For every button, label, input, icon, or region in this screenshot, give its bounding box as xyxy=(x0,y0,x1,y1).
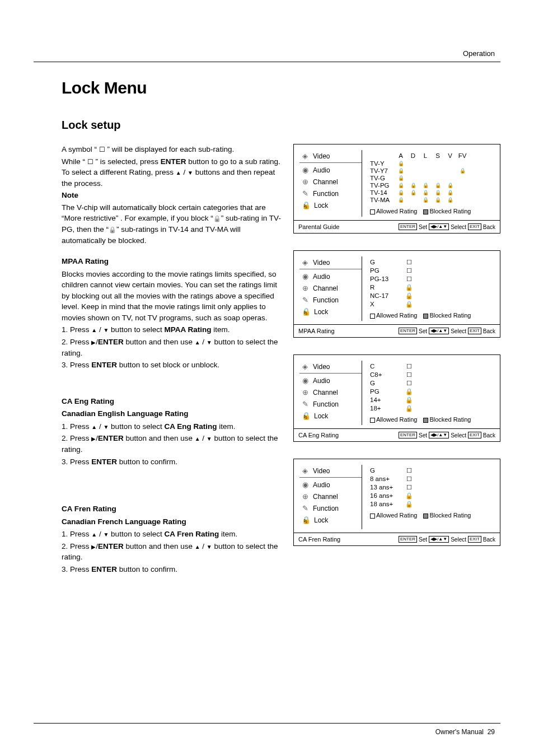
intro-line2: While “ ” is selected, press ENTER butto… xyxy=(62,156,282,189)
rating-legend: Allowed Rating Blocked Rating xyxy=(370,512,494,519)
up-arrow-icon xyxy=(195,434,200,442)
lock-icon: 🔒 xyxy=(404,389,415,395)
menu-item-channel[interactable]: ⊕Channel xyxy=(299,282,362,294)
osd-footer-title: MPAA Rating xyxy=(298,328,335,334)
lock-icon: 🔒 xyxy=(404,397,415,403)
section-header: Operation xyxy=(463,49,495,58)
down-arrow-icon xyxy=(103,325,109,334)
lock-icon: 🔒 xyxy=(444,183,456,188)
menu-item-video[interactable]: ◈Video xyxy=(299,465,362,478)
menu-item-audio[interactable]: ◉Audio xyxy=(299,479,362,491)
intro-line1: A symbol “ ” will be displayed for each … xyxy=(62,144,282,155)
osd-footer-buttons: ENTERSet◀▶/▲▼SelectEXITBack xyxy=(399,223,495,230)
menu-item-lock[interactable]: 🔒Lock xyxy=(299,410,362,422)
rating-row: 13 ans+☐ xyxy=(370,484,494,491)
menu-item-lock[interactable]: 🔒Lock xyxy=(299,514,362,526)
empty-box-icon: ☐ xyxy=(404,363,415,370)
cafren-heading: CA Fren Rating xyxy=(62,503,282,515)
rating-row: 16 ans+🔒 xyxy=(370,492,494,499)
up-arrow-icon xyxy=(91,530,97,538)
rating-row: 14+🔒 xyxy=(370,396,494,403)
empty-box-icon: ☐ xyxy=(404,276,415,282)
lock-icon: 🔒 xyxy=(404,405,415,412)
parental-row: TV-Y🔒 xyxy=(370,160,494,167)
caeng-heading: CA Eng Rating xyxy=(62,396,282,407)
mpaa-step3: 3. Press ENTER button to set block or un… xyxy=(62,360,282,371)
menu-item-audio[interactable]: ◉Audio xyxy=(299,164,362,176)
parental-row: TV-G🔒 xyxy=(370,175,494,181)
empty-box-icon: ☐ xyxy=(404,476,415,482)
menu-item-function[interactable]: ✎Function xyxy=(299,188,362,199)
lock-icon: 🔒 xyxy=(419,198,432,203)
menu-item-video[interactable]: ◈Video xyxy=(299,256,362,269)
rating-legend: Allowed Rating Blocked Rating xyxy=(370,208,494,214)
channel-icon: ⊕ xyxy=(301,178,310,186)
osd-footer-buttons: ENTERSet◀▶/▲▼SelectEXITBack xyxy=(399,536,495,543)
lock-icon: 🔒 xyxy=(432,183,444,188)
rating-row: 8 ans+☐ xyxy=(370,475,494,482)
cafren-step3: 3. Press ENTER button to confirm. xyxy=(62,564,282,575)
audio-icon: ◉ xyxy=(301,376,310,385)
lock-menu-icon: 🔒 xyxy=(302,307,311,316)
empty-box-icon xyxy=(87,157,93,166)
lock-icon: 🔒 xyxy=(444,198,456,203)
cafren-subheading: Canadian French Language Rating xyxy=(62,516,282,528)
caeng-step2: 2. Press /ENTER button and then use / bu… xyxy=(62,433,282,455)
footer-text: Owner's Manual 29 xyxy=(435,728,495,736)
lock-icon: 🔒 xyxy=(395,161,407,166)
menu-item-lock[interactable]: 🔒Lock xyxy=(299,306,362,318)
lock-icon: 🔒 xyxy=(404,493,415,499)
menu-item-lock[interactable]: 🔒Lock xyxy=(299,199,362,211)
menu-item-video[interactable]: ◈Video xyxy=(299,361,362,374)
osd-footer-buttons: ENTERSet◀▶/▲▼SelectEXITBack xyxy=(399,432,495,438)
menu-item-audio[interactable]: ◉Audio xyxy=(299,270,362,282)
function-icon: ✎ xyxy=(301,400,310,408)
caeng-step1: 1. Press / button to select CA Eng Ratin… xyxy=(62,421,282,432)
note-body: The V-chip will automatically block cert… xyxy=(62,202,282,246)
cafren-step2: 2. Press /ENTER button and then use / bu… xyxy=(62,541,282,563)
rating-row: G☐ xyxy=(370,259,494,265)
osd-menu: ◈Video ◉Audio ⊕Channel ✎Function 🔒Lock xyxy=(299,150,362,217)
lock-icon: 🔒 xyxy=(404,284,415,291)
rating-row: PG🔒 xyxy=(370,388,494,395)
function-icon: ✎ xyxy=(301,504,310,512)
rating-row: G☐ xyxy=(370,467,494,474)
lock-icon: 🔒 xyxy=(404,301,415,307)
lock-icon: 🔒 xyxy=(432,190,444,195)
channel-icon: ⊕ xyxy=(301,492,310,501)
menu-item-function[interactable]: ✎Function xyxy=(299,398,362,410)
osd-footer-title: CA Eng Rating xyxy=(298,432,339,438)
menu-item-channel[interactable]: ⊕Channel xyxy=(299,386,362,398)
lock-icon xyxy=(109,225,116,234)
menu-item-function[interactable]: ✎Function xyxy=(299,502,362,514)
up-arrow-icon xyxy=(91,422,97,431)
rating-row: 18 ans+🔒 xyxy=(370,501,494,507)
lock-icon: 🔒 xyxy=(395,198,407,203)
up-arrow-icon xyxy=(195,542,200,550)
menu-item-audio[interactable]: ◉Audio xyxy=(299,375,362,386)
footer-divider xyxy=(34,723,500,724)
osd-menu: ◈Video ◉Audio ⊕Channel ✎Function 🔒Lock xyxy=(299,361,362,425)
menu-item-video[interactable]: ◈Video xyxy=(299,150,362,163)
lock-menu-icon: 🔒 xyxy=(302,201,311,209)
menu-item-channel[interactable]: ⊕Channel xyxy=(299,491,362,502)
channel-icon: ⊕ xyxy=(301,284,310,292)
lock-icon: 🔒 xyxy=(419,183,432,188)
video-icon: ◈ xyxy=(301,466,310,475)
rating-row: C8+☐ xyxy=(370,371,494,378)
lock-icon: 🔒 xyxy=(395,183,407,188)
video-icon: ◈ xyxy=(301,362,310,371)
video-icon: ◈ xyxy=(301,152,310,160)
text-column: A symbol “ ” will be displayed for each … xyxy=(62,144,293,585)
down-arrow-icon xyxy=(207,542,212,550)
rating-row: C☐ xyxy=(370,363,494,370)
menu-item-channel[interactable]: ⊕Channel xyxy=(299,176,362,188)
lock-icon: 🔒 xyxy=(419,190,432,195)
mpaa-heading: MPAA Rating xyxy=(62,256,282,267)
menu-item-function[interactable]: ✎Function xyxy=(299,294,362,306)
lock-icon: 🔒 xyxy=(407,183,419,188)
osd-footer-title: Parental Guide xyxy=(298,223,339,230)
mpaa-step2: 2. Press /ENTER button and then use / bu… xyxy=(62,337,282,358)
empty-box-icon: ☐ xyxy=(404,380,415,386)
rating-content: G☐8 ans+☐13 ans+☐16 ans+🔒18 ans+🔒Allowed… xyxy=(362,465,494,529)
